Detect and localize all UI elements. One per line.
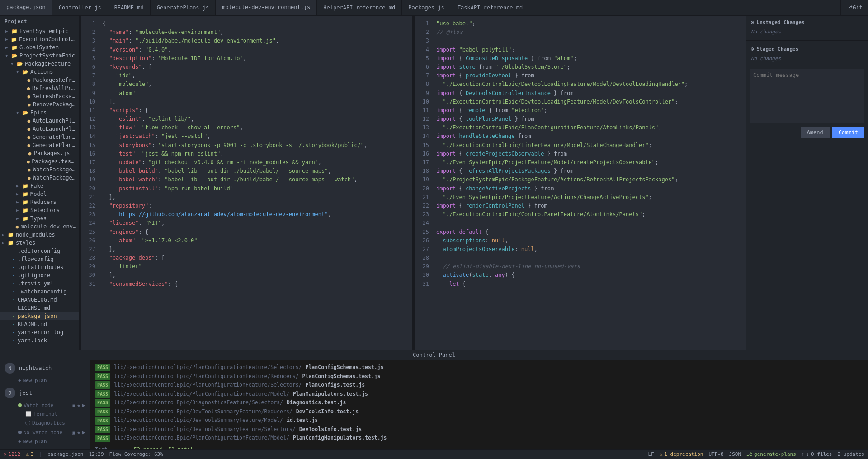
runner-item-nightwatch[interactable]: N nightwatch [0,360,90,376]
sidebar-item-ProjectSystemEpic[interactable]: ▼ 📂 ProjectSystemEpic [0,52,79,60]
code-content-right[interactable]: "use babel"; // @flow import "babel-poly… [433,16,746,350]
line-ending[interactable]: LF [648,451,654,457]
warning-count[interactable]: ⚠ 3 [26,451,33,457]
sidebar-item-Epics[interactable]: ▼ 📂 Epics [0,109,79,117]
editor-content-left[interactable]: 12345 678910 1112131415 1617181920 21222… [81,16,412,350]
sidebar-item-RefreshPackag[interactable]: ▶ ● RefreshPackag... [0,92,79,100]
add-plan-jest[interactable]: + New plan [0,437,90,446]
chevron-right-icon: ▶ [16,216,21,221]
sidebar-item-travis[interactable]: ▶ · .travis.yml [0,279,79,288]
test-pass-line: PASS lib/ExecutionControlEpic/PlanConfig… [95,434,863,443]
sidebar-item-molecule-dev-env[interactable]: ▶ ● molecule-dev-environm... [0,222,79,231]
sidebar-item-GeneratePlans2[interactable]: ▶ ● GeneratePlans... [0,141,79,149]
updates-count[interactable]: 2 updates [837,451,864,457]
sidebar-item-Packages1[interactable]: ▶ ● Packages.js [0,149,79,157]
encoding[interactable]: UTF-8 [708,451,723,457]
sidebar-item-READMEmd[interactable]: ▶ · README.md [0,320,79,328]
no-watch-ctrl3[interactable]: ▶ [82,429,85,435]
sidebar-item-Types[interactable]: ▶ 📁 Types [0,214,79,222]
sidebar-item-EventSystemEpic[interactable]: ▶ 📁 EventSystemEpic [0,27,79,35]
tab-packages-js[interactable]: Packages.js [402,0,451,16]
tab-molecule-dev-env-js[interactable]: molecule-dev-environment.js [216,0,317,16]
sidebar-item-Packagestest[interactable]: ▶ ● Packages.test.j... [0,157,79,166]
sidebar-item-Fake[interactable]: ▶ 📁 Fake [0,182,79,190]
git-branch[interactable]: ⎇ generate-plans [746,451,796,457]
commit-button[interactable]: Commit [832,127,864,138]
sidebar-item-CHANGELOG[interactable]: ▶ · CHANGELOG.md [0,296,79,304]
git-unstaged-icon: ⊙ [751,19,754,25]
watch-mode-ctrl1[interactable]: ▣ [72,402,75,408]
error-count[interactable]: ✕ 1212 [4,451,20,457]
code-line: "babel:watch": "babel lib --out-dir ./bu… [103,175,409,184]
tabs-bar: package.json Controller.js README.md Gen… [0,0,868,16]
sidebar-item-label: Packages.test.j... [32,158,77,165]
deprecation-warning[interactable]: ⚠ 1 deprecation [660,451,703,457]
sidebar-item-WatchPackage1[interactable]: ▶ ● WatchPackage... [0,166,79,174]
add-plan-nightwatch[interactable]: + New plan [0,376,90,385]
sidebar-item-Actions[interactable]: ▼ 📂 Actions [0,68,79,76]
git-unstaged-empty: No changes [751,27,863,37]
tab-generateplans-js[interactable]: GeneratePlans.js [151,0,216,16]
sidebar-item-node-modules[interactable]: ▶ 📁 node_modules [0,231,79,239]
tab-package-json[interactable]: package.json [0,0,52,16]
git-sync[interactable]: ↑ ↓ 0 files [802,451,832,457]
sidebar-item-AutoLaunchPla2[interactable]: ▶ ● AutoLaunchPla... [0,125,79,133]
runner-sub-watch-mode[interactable]: Watch mode ▣ ★ ▶ [0,401,90,410]
amend-button[interactable]: Amend [801,127,830,138]
code-line [436,254,742,262]
commit-message-input[interactable] [750,69,864,123]
sidebar-item-PackagesRefre[interactable]: ▶ ● PackagesRefre... [0,76,79,84]
sidebar-item-PackageFeature[interactable]: ▼ 📂 PackageFeature [0,60,79,68]
runner-sub-no-watch[interactable]: No watch mode ▣ ★ ▶ [0,428,90,437]
sidebar-item-styles[interactable]: ▶ 📁 styles [0,239,79,247]
sidebar-item-RemovePackag[interactable]: ▶ ● RemovePackag... [0,100,79,109]
git-unstaged-header: ⊙ Unstaged Changes [751,19,863,25]
sidebar-item-label: yarn-error.log [18,329,63,336]
no-watch-ctrl2[interactable]: ★ [77,429,80,435]
editor-content-right[interactable]: 12345 678910 1112131415 1617181920 21222… [415,16,746,350]
sidebar-item-watchmanconfig[interactable]: ▶ · .watchmanconfig [0,288,79,296]
sidebar-item-Model[interactable]: ▶ 📁 Model [0,190,79,198]
sidebar-item-flowconfig[interactable]: ▶ · .flowconfig [0,255,79,263]
sidebar-item-GeneratePlans1[interactable]: ▶ ● GeneratePlans... [0,133,79,141]
sync-up-icon: ↑ [802,451,805,457]
plus-icon: + [18,439,21,445]
sidebar-item-Reducers[interactable]: ▶ 📁 Reducers [0,198,79,206]
sidebar-item-editorconfig[interactable]: ▶ · .editorconfig [0,247,79,255]
sidebar-item-label: Epics [30,109,47,116]
sidebar-item-label: .travis.yml [18,280,53,287]
sidebar-item-AutoLaunchPla1[interactable]: ▶ ● AutoLaunchPla... [0,117,79,125]
runner-sub-diagnostics[interactable]: ⓘ Diagnostics [0,418,90,428]
sidebar-item-WatchPackage2[interactable]: ▶ ● WatchPackage... [0,174,79,182]
js-file-icon: ● [27,159,30,165]
sidebar-item-gitignore[interactable]: ▶ · .gitignore [0,271,79,279]
tab-taskapi-md[interactable]: TaskAPI-reference.md [451,0,530,16]
current-file[interactable]: package.json [47,451,83,457]
sidebar-item-packagejson[interactable]: ▶ · package.json [0,312,79,320]
tab-helper-api-md[interactable]: HelperAPI-reference.md [317,0,402,16]
code-content-left[interactable]: { "name": "molecule-dev-environment", "m… [99,16,412,350]
no-watch-ctrl1[interactable]: ▣ [72,429,75,435]
watch-mode-ctrl2[interactable]: ★ [77,402,80,408]
code-line: // @flow [436,28,742,37]
sidebar-item-yarnerror[interactable]: ▶ · yarn-error.log [0,328,79,336]
sidebar-item-RefreshAllProj[interactable]: ▶ ● RefreshAllProj... [0,84,79,92]
summary-suites: Test Suites: 52 passed, 52 total [95,445,863,449]
sidebar-item-LICENSE[interactable]: ▶ · LICENSE.md [0,304,79,312]
code-line: }, [103,245,409,254]
runner-sub-terminal[interactable]: ⬜ Terminal [0,410,90,418]
sidebar-item-label: EventSystemEpic [19,28,68,34]
sidebar-item-yarnlock[interactable]: ▶ · yarn.lock [0,336,79,345]
runner-item-jest[interactable]: J jest [0,385,90,401]
sidebar-item-GlobalSystem[interactable]: ▶ 📁 GlobalSystem [0,43,79,52]
git-button[interactable]: ⎇ Git [840,0,868,16]
watch-mode-ctrl3[interactable]: ▶ [82,402,85,408]
sidebar-item-Selectors[interactable]: ▶ 📁 Selectors [0,206,79,214]
tab-controller-js[interactable]: Controller.js [52,0,108,16]
test-output[interactable]: PASS lib/ExecutionControlEpic/PlanConfig… [90,360,868,449]
sidebar-item-gitattributes[interactable]: ▶ · .gitattributes [0,263,79,271]
sidebar-item-ExecutionControlEpic[interactable]: ▶ 📁 ExecutionControlEpic [0,35,79,43]
sidebar-item-label: Selectors [30,207,60,213]
file-format[interactable]: JSON [729,451,741,457]
tab-readme-md[interactable]: README.md [108,0,151,16]
